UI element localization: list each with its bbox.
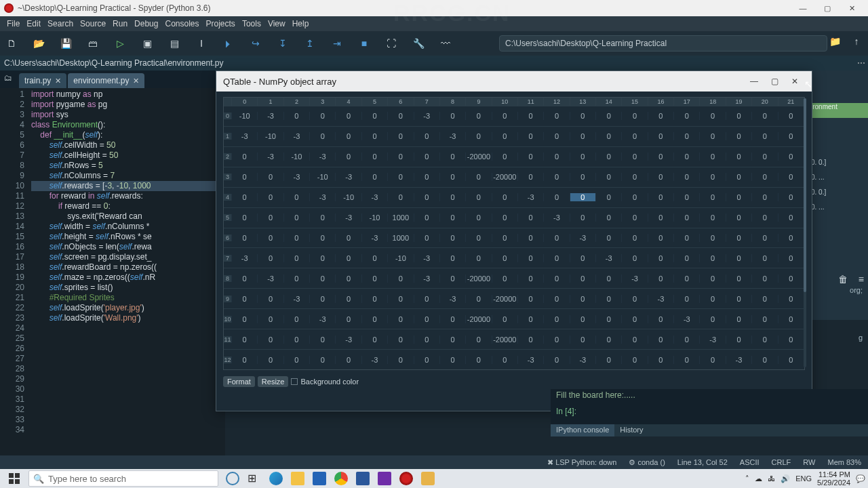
console-prompt: In [4]: bbox=[556, 407, 576, 416]
app-icon-2[interactable] bbox=[419, 470, 437, 487]
cortana-icon[interactable] bbox=[224, 470, 241, 487]
status-conda: conda () bbox=[638, 458, 665, 466]
run-cell-icon[interactable]: ▣ bbox=[141, 37, 153, 49]
window-title: ~\Desktop\Q-Learning Practical - Spyder … bbox=[18, 3, 210, 13]
variable-explorer-partial: ironment 0. 0.] 0. ... 0. 0.] 0. ... 🗑 ≡… bbox=[808, 70, 868, 320]
status-rw: RW bbox=[803, 458, 815, 466]
menu-tools[interactable]: Tools bbox=[239, 18, 264, 30]
dialog-title: QTable - NumPy object array bbox=[223, 77, 336, 87]
continue-icon[interactable]: ⇥ bbox=[331, 37, 343, 49]
dialog-minimize-icon[interactable]: — bbox=[744, 77, 764, 86]
menu-consoles[interactable]: Consoles bbox=[162, 18, 201, 30]
status-encoding: ASCII bbox=[740, 458, 760, 466]
menu-run[interactable]: Run bbox=[110, 18, 130, 30]
menu-search[interactable]: Search bbox=[45, 18, 76, 30]
tray-clock[interactable]: 11:54 PM 5/29/2024 bbox=[817, 470, 850, 487]
qtable-dialog: QTable - NumPy object array — ▢ ✕ 012345… bbox=[216, 70, 812, 411]
tray-volume-icon[interactable]: 🔊 bbox=[781, 474, 790, 483]
python-path-icon[interactable]: 〰 bbox=[439, 37, 452, 49]
run-icon[interactable]: ▷ bbox=[114, 37, 126, 49]
stop-debug-icon[interactable]: ■ bbox=[358, 37, 370, 49]
tab-environment-py[interactable]: environment.py✕ bbox=[68, 73, 144, 88]
spyder-icon bbox=[4, 3, 14, 13]
tab-train-py[interactable]: train.py✕ bbox=[19, 73, 66, 88]
format-button[interactable]: Format bbox=[223, 376, 255, 387]
app-icon[interactable] bbox=[376, 470, 393, 487]
menu-view[interactable]: View bbox=[265, 18, 288, 30]
tab-history[interactable]: History bbox=[614, 424, 648, 436]
run-cell-advance-icon[interactable]: ▤ bbox=[168, 37, 180, 49]
save-all-icon[interactable]: 🗃 bbox=[87, 37, 99, 49]
step-out-icon[interactable]: ↥ bbox=[304, 37, 316, 49]
delete-icon[interactable]: 🗑 bbox=[838, 274, 848, 285]
maximize-button[interactable]: ▢ bbox=[815, 0, 840, 16]
run-selection-icon[interactable]: Ӏ bbox=[195, 37, 208, 49]
tray-language[interactable]: ENG bbox=[795, 474, 812, 483]
tab-list-icon[interactable]: 🗂 bbox=[4, 73, 15, 84]
menu-debug[interactable]: Debug bbox=[132, 18, 161, 30]
debug-icon[interactable]: ⏵ bbox=[222, 37, 235, 49]
var-row: 0. ... bbox=[808, 174, 868, 188]
var-row: 0. 0.] bbox=[808, 159, 868, 174]
console-output: Fill the board here:..... bbox=[556, 390, 863, 400]
open-file-icon[interactable]: 📂 bbox=[33, 37, 45, 49]
close-tab-icon[interactable]: ✕ bbox=[55, 77, 61, 85]
menu-file[interactable]: File bbox=[4, 18, 22, 30]
word-icon[interactable] bbox=[354, 470, 372, 487]
chrome-icon[interactable] bbox=[332, 470, 350, 487]
titlebar: ~\Desktop\Q-Learning Practical - Spyder … bbox=[0, 0, 868, 16]
new-file-icon[interactable]: 🗋 bbox=[5, 37, 18, 49]
menu-icon[interactable]: ≡ bbox=[859, 274, 864, 285]
menu-projects[interactable]: Projects bbox=[203, 18, 238, 30]
svg-rect-3 bbox=[15, 479, 20, 484]
close-button[interactable]: ✕ bbox=[840, 0, 864, 16]
taskbar-search[interactable]: 🔍 Type here to search bbox=[28, 470, 218, 487]
search-icon: 🔍 bbox=[33, 474, 44, 484]
maximize-pane-icon[interactable]: ⛶ bbox=[385, 37, 397, 49]
windows-taskbar: 🔍 Type here to search ⊞ ˄ ☁ 🖧 🔊 ENG 11:5… bbox=[0, 469, 868, 488]
parent-dir-icon[interactable]: ↑ bbox=[850, 35, 863, 47]
menu-edit[interactable]: Edit bbox=[24, 18, 43, 30]
start-button[interactable] bbox=[0, 469, 28, 488]
store-icon[interactable] bbox=[311, 470, 328, 487]
browse-dir-icon[interactable]: 📁 bbox=[829, 35, 841, 47]
bgcolor-checkbox[interactable] bbox=[291, 378, 298, 385]
status-lsp: LSP Python: down bbox=[555, 458, 616, 466]
var-row: 0. 0.] bbox=[808, 188, 868, 203]
svg-rect-0 bbox=[9, 473, 14, 478]
tray-notifications-icon[interactable]: 💬 bbox=[856, 474, 865, 483]
menu-help[interactable]: Help bbox=[290, 18, 312, 30]
search-placeholder: Type here to search bbox=[48, 474, 126, 484]
spyder-taskbar-icon[interactable] bbox=[397, 470, 415, 487]
preferences-icon[interactable]: 🔧 bbox=[412, 37, 425, 49]
save-icon[interactable]: 💾 bbox=[60, 37, 72, 49]
explorer-icon[interactable] bbox=[289, 470, 307, 487]
working-dir-input[interactable]: C:\Users\sachi\Desktop\Q-Learning Practi… bbox=[499, 35, 827, 52]
minimize-button[interactable]: — bbox=[791, 0, 815, 16]
dialog-close-icon[interactable]: ✕ bbox=[785, 77, 805, 86]
edge-icon[interactable] bbox=[267, 470, 285, 487]
resize-button[interactable]: Resize bbox=[258, 376, 289, 387]
dialog-maximize-icon[interactable]: ▢ bbox=[764, 77, 785, 86]
text-fragment: g bbox=[859, 333, 863, 342]
ipython-console[interactable]: Fill the board here:..... In [4]: IPytho… bbox=[551, 389, 868, 436]
close-tab-icon[interactable]: ✕ bbox=[133, 77, 139, 85]
scrollbar-vertical[interactable] bbox=[804, 98, 806, 367]
tab-ipython-console[interactable]: IPython console bbox=[551, 424, 614, 436]
dialog-titlebar[interactable]: QTable - NumPy object array — ▢ ✕ bbox=[216, 71, 812, 92]
text-fragment: org; bbox=[850, 286, 863, 294]
step-icon[interactable]: ↪ bbox=[250, 37, 262, 49]
tray-chevron-icon[interactable]: ˄ bbox=[745, 474, 749, 483]
step-in-icon[interactable]: ↧ bbox=[277, 37, 289, 49]
file-path-bar: C:\Users\sachi\Desktop\Q-Learning Practi… bbox=[0, 56, 868, 70]
var-row[interactable]: ironment bbox=[808, 103, 868, 118]
menu-source[interactable]: Source bbox=[77, 18, 108, 30]
tray-network-icon[interactable]: 🖧 bbox=[768, 474, 775, 483]
status-bar: ✖ LSP Python: down ⚙ conda () Line 13, C… bbox=[0, 455, 868, 469]
pathbar-close-icon[interactable]: ⋯ bbox=[857, 58, 864, 68]
task-view-icon[interactable]: ⊞ bbox=[245, 470, 263, 487]
code-editor[interactable]: import numpy as npimport pygame as pgimp… bbox=[31, 88, 225, 455]
svg-rect-2 bbox=[9, 479, 14, 484]
array-grid[interactable]: 0123456789101112131415161718192021 0-10-… bbox=[223, 97, 805, 370]
tray-onedrive-icon[interactable]: ☁ bbox=[755, 474, 762, 483]
